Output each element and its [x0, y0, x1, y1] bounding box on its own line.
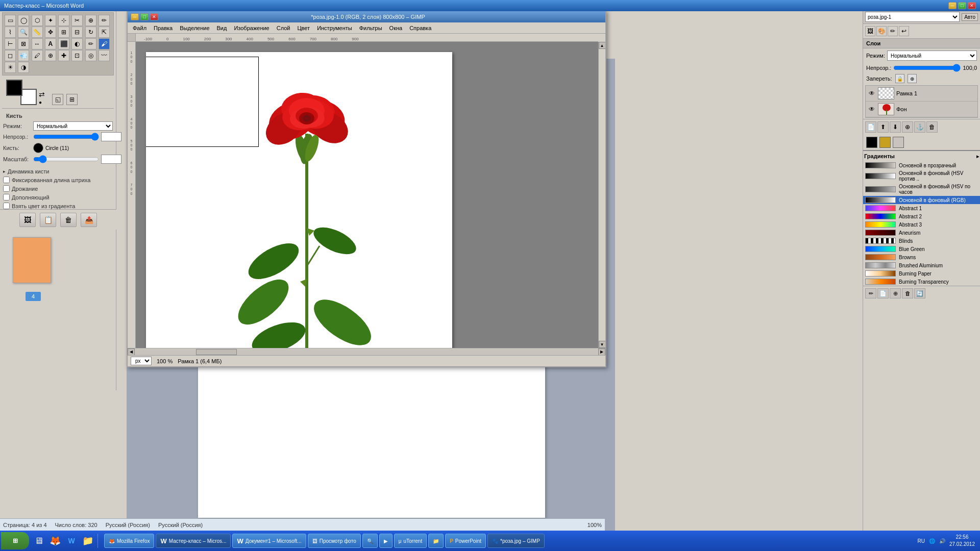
taskbar-app-gimp[interactable]: 🐾 *роза.jpg – GIMP [487, 534, 545, 548]
taskbar-app-photo[interactable]: 🖼 Просмотр фото [308, 534, 361, 548]
tool-eraser[interactable]: ◻ [5, 50, 16, 61]
tool-heal[interactable]: ✚ [58, 50, 69, 61]
taskbar-app-torrent[interactable]: μ uTorrent [394, 534, 427, 548]
panel-btn-4[interactable]: 📤 [81, 213, 97, 227]
taskbar-app-search[interactable]: 🔍 [362, 534, 378, 548]
fg-color-swatch[interactable] [866, 137, 877, 148]
gradient-item-13[interactable]: Burning Transparency [863, 278, 980, 286]
start-button[interactable]: ⊞ [1, 532, 29, 549]
tray-lang[interactable]: RU [917, 538, 924, 544]
lock-pixels-btn[interactable]: 🔒 [895, 74, 904, 83]
menu-filters[interactable]: Фильтры [356, 24, 385, 32]
taskbar-app-word[interactable]: W Мастер-класс – Micros... [156, 534, 231, 548]
tool-scale[interactable]: ⇱ [99, 27, 110, 38]
scale-slider[interactable] [33, 156, 99, 163]
tool-fuzzy-select[interactable]: ✦ [45, 15, 56, 26]
tool-rect-select[interactable]: ▭ [5, 15, 16, 26]
tray-network[interactable]: 🌐 [929, 538, 935, 544]
layer-lower-btn[interactable]: ⬇ [890, 121, 901, 133]
tool-perspective-clone[interactable]: ⊡ [71, 50, 83, 61]
taskbar-app-ppt[interactable]: P PowerPoint [445, 534, 486, 548]
gradient-item-2[interactable]: Основной в фоновый (HSV по часов [863, 183, 980, 196]
tool-ink[interactable]: 🖊 [32, 50, 43, 61]
tool-smudge[interactable]: 〰 [99, 50, 110, 61]
gradient-item-1[interactable]: Основной в фоновый (HSV против .. [863, 169, 980, 183]
tool-free-select[interactable]: ⬡ [32, 15, 43, 26]
gradient-item-12[interactable]: Burning Paper [863, 269, 980, 278]
gradient-item-8[interactable]: Blinds [863, 237, 980, 245]
grad-edit-btn[interactable]: ✏ [865, 288, 876, 298]
fixed-length-cb[interactable] [3, 177, 10, 183]
opacity-slider[interactable] [33, 133, 99, 140]
undo-history-btn[interactable]: ↩ [899, 26, 909, 36]
view-mode-btn[interactable]: ⊞ [66, 94, 78, 105]
menu-layer[interactable]: Слой [274, 24, 293, 32]
menu-edit[interactable]: Правка [151, 24, 176, 32]
tool-bucket-fill[interactable]: ⬛ [58, 38, 69, 49]
swap-colors-icon[interactable]: ⇄ [39, 90, 45, 98]
dynamics-expand[interactable]: ▸ Динамика кисти [0, 167, 116, 176]
bg-color[interactable] [20, 89, 37, 105]
tool-blend[interactable]: ◐ [71, 38, 83, 49]
unit-select[interactable]: px [131, 357, 152, 365]
scroll-right-btn[interactable]: ▶ [598, 348, 605, 356]
clock[interactable]: 22:56 27.02.2012 [949, 534, 975, 548]
layer-raise-btn[interactable]: ⬆ [877, 121, 889, 133]
tool-zoom[interactable]: 🔍 [18, 27, 29, 38]
layer-item-1[interactable]: 👁 Рамка 1 [866, 86, 977, 102]
gimp-close-btn[interactable]: ✕ [150, 13, 158, 20]
tool-crop[interactable]: ⊟ [71, 27, 83, 38]
menu-view[interactable]: Вид [214, 24, 230, 32]
gimp-canvas[interactable] [146, 52, 452, 348]
gradient-item-3[interactable]: Основной в фоновый (RGB) [863, 196, 980, 204]
use-gradient-cb[interactable] [3, 203, 10, 209]
mode-select[interactable]: Нормальный [33, 121, 113, 131]
tool-flip[interactable]: ↔ [32, 38, 43, 49]
tool-align[interactable]: ⊞ [58, 27, 69, 38]
h-scrollbar[interactable]: ◀ ▶ [128, 348, 605, 355]
tool-desaturate[interactable]: ◑ [18, 62, 29, 73]
jitter-cb[interactable] [3, 185, 10, 192]
menu-file[interactable]: Файл [130, 24, 150, 32]
v-scrollbar[interactable]: ▲ ▼ [598, 42, 605, 348]
reset-colors-icon[interactable]: ● [39, 99, 45, 105]
mid-color-swatch[interactable] [879, 137, 891, 148]
scroll-h-track[interactable] [135, 349, 598, 355]
opacity-spinner[interactable]: 100,0 [101, 132, 121, 141]
menu-image[interactable]: Изображение [231, 24, 272, 32]
grad-refresh-btn[interactable]: 🔄 [914, 288, 925, 298]
tool-move[interactable]: ✥ [45, 27, 56, 38]
tool-by-color-select[interactable]: ⊹ [58, 15, 69, 26]
scroll-left-btn[interactable]: ◀ [128, 348, 135, 356]
taskbar-explorer-quick[interactable]: 📁 [80, 533, 95, 548]
tool-shear[interactable]: ⊢ [5, 38, 16, 49]
tool-clone[interactable]: ⊕ [45, 50, 56, 61]
taskbar-app-media[interactable]: ▶ [379, 534, 393, 548]
panel-btn-2[interactable]: 📋 [40, 213, 56, 227]
h-scroll-thumb[interactable] [196, 349, 237, 355]
gradients-expand-btn[interactable]: ▸ [976, 154, 979, 159]
tool-ellipse-select[interactable]: ◯ [18, 15, 29, 26]
layer-new-btn[interactable]: 📄 [865, 121, 876, 133]
tool-rotate[interactable]: ↻ [85, 27, 96, 38]
tool-pencil[interactable]: ✏ [85, 38, 96, 49]
gimp-maximize-btn[interactable]: □ [140, 13, 149, 20]
gradient-item-9[interactable]: Blue Green [863, 245, 980, 253]
layer-delete-btn[interactable]: 🗑 [926, 121, 938, 133]
layer-duplicate-btn[interactable]: ⊕ [902, 121, 913, 133]
gradient-item-4[interactable]: Abstract 1 [863, 204, 980, 212]
image-select[interactable]: роза.jpg-1 [865, 12, 960, 22]
grad-delete-btn[interactable]: 🗑 [902, 288, 913, 298]
layer-mode-select[interactable]: Нормальный [887, 51, 977, 61]
layer-visibility-1[interactable]: 👁 [868, 89, 876, 97]
grad-duplicate-btn[interactable]: ⊕ [890, 288, 901, 298]
main-window-controls[interactable]: ─ □ ✕ [948, 2, 976, 9]
tool-blur-sharpen[interactable]: ◎ [85, 50, 96, 61]
gradient-item-6[interactable]: Abstract 3 [863, 220, 980, 229]
gimp-window-controls[interactable]: ─ □ ✕ [131, 13, 158, 20]
fg-color[interactable] [6, 80, 22, 96]
layer-item-2[interactable]: 👁 Фон [866, 102, 977, 117]
tool-color-picker[interactable]: ⌇ [5, 27, 16, 38]
scroll-down-btn[interactable]: ▼ [599, 341, 606, 348]
gradient-item-11[interactable]: Brushed Aluminium [863, 261, 980, 269]
